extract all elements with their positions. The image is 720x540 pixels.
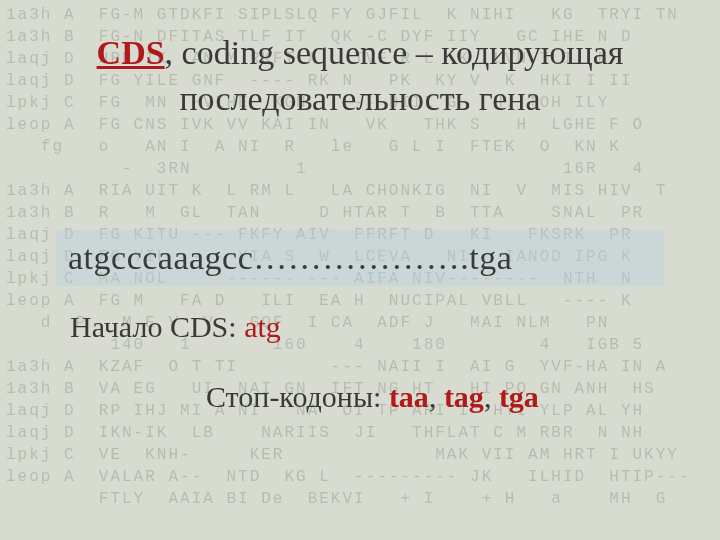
stop-codon-2: tag xyxy=(444,380,484,413)
slide: 1a3h A FG-M GTDKFI SIPLSLQ FY GJFIL K NI… xyxy=(0,0,720,540)
stop-codon-1: taa xyxy=(389,380,429,413)
stop-codon-3: tga xyxy=(499,380,539,413)
start-label: Начало CDS: xyxy=(70,310,244,343)
sep-2: , xyxy=(484,380,499,413)
stop-codons-line: Стоп-кодоны: taa, tag, tga xyxy=(206,380,539,414)
sep-1: , xyxy=(429,380,444,413)
start-codon-line: Начало CDS: atg xyxy=(70,310,281,344)
title-text: , coding sequence – кодирующая последова… xyxy=(165,34,624,117)
slide-title: CDS, coding sequence – кодирующая послед… xyxy=(0,30,720,122)
title-abbr: CDS xyxy=(97,34,165,71)
sequence-text: atgcccaaagcc……………….tga xyxy=(68,239,512,277)
stop-label: Стоп-кодоны: xyxy=(206,380,389,413)
start-codon: atg xyxy=(244,310,281,343)
sequence-box: atgcccaaagcc……………….tga xyxy=(56,230,664,286)
